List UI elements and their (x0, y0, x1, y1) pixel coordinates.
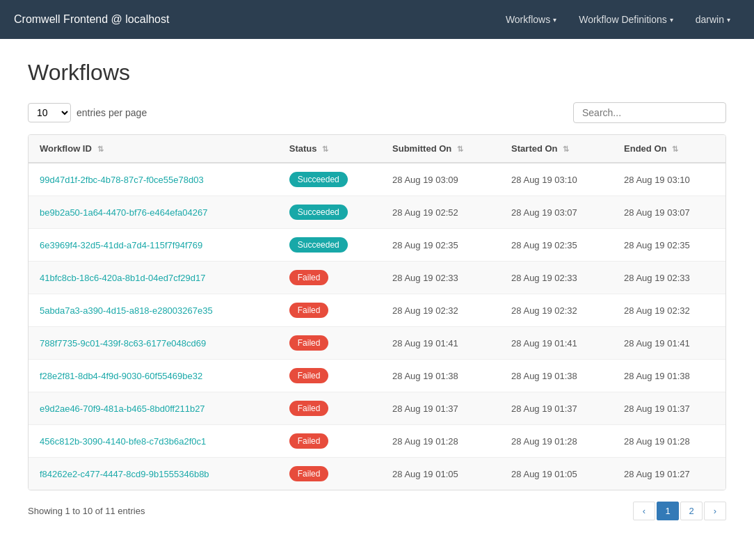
cell-started: 28 Aug 19 01:37 (500, 392, 613, 425)
status-badge: Failed (289, 303, 329, 318)
workflow-id-link[interactable]: f28e2f81-8db4-4f9d-9030-60f55469be32 (40, 371, 202, 381)
table-header: Workflow ID ⇅ Status ⇅ Submitted On ⇅ St… (29, 135, 725, 163)
col-started-on: Started On ⇅ (500, 135, 613, 163)
workflow-id-link[interactable]: be9b2a50-1a64-4470-bf76-e464efa04267 (40, 207, 207, 218)
page-buttons: 12 (657, 502, 703, 520)
sort-icon-started[interactable]: ⇅ (563, 145, 569, 154)
cell-ended: 28 Aug 19 02:32 (613, 294, 725, 327)
cell-status: Failed (278, 458, 381, 490)
entries-per-page-select[interactable]: 10 25 50 100 (28, 103, 71, 122)
cell-submitted: 28 Aug 19 01:28 (381, 425, 500, 458)
workflow-id-link[interactable]: 788f7735-9c01-439f-8c63-6177e048cd69 (40, 338, 206, 349)
cell-started: 28 Aug 19 02:35 (500, 229, 613, 262)
status-badge: Failed (289, 401, 329, 416)
nav-link-workflow-definitions-label: Workflow Definitions (579, 14, 667, 25)
table-row: f84262e2-c477-4447-8cd9-9b1555346b8b Fai… (29, 458, 725, 490)
col-status: Status ⇅ (278, 135, 381, 163)
search-input[interactable] (573, 102, 726, 123)
cell-status: Succeeded (278, 163, 381, 196)
cell-submitted: 28 Aug 19 02:52 (381, 196, 500, 229)
workflow-id-link[interactable]: 6e3969f4-32d5-41dd-a7d4-115f7f94f769 (40, 240, 202, 250)
nav-item-user[interactable]: darwin ▾ (686, 8, 740, 31)
table-body: 99d47d1f-2fbc-4b78-87c7-f0ce55e78d03 Suc… (29, 163, 725, 490)
cell-submitted: 28 Aug 19 01:37 (381, 392, 500, 425)
workflow-id-link[interactable]: f84262e2-c477-4447-8cd9-9b1555346b8b (40, 469, 209, 479)
workflow-id-link[interactable]: 41bfc8cb-18c6-420a-8b1d-04ed7cf29d17 (40, 273, 206, 283)
cell-status: Failed (278, 262, 381, 294)
cell-started: 28 Aug 19 01:05 (500, 458, 613, 490)
cell-submitted: 28 Aug 19 01:05 (381, 458, 500, 490)
sort-icon-status[interactable]: ⇅ (322, 145, 328, 154)
table-row: be9b2a50-1a64-4470-bf76-e464efa04267 Suc… (29, 196, 725, 229)
table-row: 41bfc8cb-18c6-420a-8b1d-04ed7cf29d17 Fai… (29, 262, 725, 294)
navbar-nav: Workflows ▾ Workflow Definitions ▾ darwi… (496, 8, 740, 31)
cell-workflow-id: be9b2a50-1a64-4470-bf76-e464efa04267 (29, 196, 278, 229)
status-badge: Succeeded (289, 205, 348, 220)
cell-started: 28 Aug 19 03:07 (500, 196, 613, 229)
showing-text: Showing 1 to 10 of 11 entries (28, 506, 145, 516)
table-row: 788f7735-9c01-439f-8c63-6177e048cd69 Fai… (29, 327, 725, 360)
cell-status: Succeeded (278, 229, 381, 262)
cell-submitted: 28 Aug 19 02:32 (381, 294, 500, 327)
cell-status: Failed (278, 360, 381, 392)
entries-label: entries per page (77, 107, 147, 118)
page-title: Workflows (28, 60, 726, 86)
cell-ended: 28 Aug 19 01:37 (613, 392, 725, 425)
cell-status: Failed (278, 425, 381, 458)
cell-workflow-id: 5abda7a3-a390-4d15-a818-e28003267e35 (29, 294, 278, 327)
cell-ended: 28 Aug 19 01:41 (613, 327, 725, 360)
cell-ended: 28 Aug 19 03:10 (613, 163, 725, 196)
table-row: 5abda7a3-a390-4d15-a818-e28003267e35 Fai… (29, 294, 725, 327)
cell-status: Failed (278, 392, 381, 425)
cell-status: Failed (278, 327, 381, 360)
table-row: 99d47d1f-2fbc-4b78-87c7-f0ce55e78d03 Suc… (29, 163, 725, 196)
nav-link-workflow-definitions[interactable]: Workflow Definitions ▾ (569, 8, 683, 31)
nav-item-workflow-definitions[interactable]: Workflow Definitions ▾ (569, 8, 683, 31)
footer-row: Showing 1 to 10 of 11 entries ‹ 12 › (28, 502, 726, 520)
cell-started: 28 Aug 19 01:41 (500, 327, 613, 360)
cell-ended: 28 Aug 19 01:27 (613, 458, 725, 490)
cell-workflow-id: f84262e2-c477-4447-8cd9-9b1555346b8b (29, 458, 278, 490)
table-row: 456c812b-3090-4140-bfe8-c7d3b6a2f0c1 Fai… (29, 425, 725, 458)
cell-started: 28 Aug 19 02:32 (500, 294, 613, 327)
workflow-definitions-dropdown-icon: ▾ (670, 16, 673, 24)
workflow-id-link[interactable]: 456c812b-3090-4140-bfe8-c7d3b6a2f0c1 (40, 436, 206, 447)
navbar-brand: Cromwell Frontend @ localhost (14, 13, 169, 26)
workflow-id-link[interactable]: e9d2ae46-70f9-481a-b465-8bd0ff211b27 (40, 403, 205, 414)
cell-status: Failed (278, 294, 381, 327)
col-workflow-id: Workflow ID ⇅ (29, 135, 278, 163)
pagination-page-2[interactable]: 2 (680, 502, 703, 520)
status-badge: Failed (289, 433, 329, 449)
cell-started: 28 Aug 19 01:28 (500, 425, 613, 458)
workflow-id-link[interactable]: 5abda7a3-a390-4d15-a818-e28003267e35 (40, 305, 213, 316)
sort-icon-ended[interactable]: ⇅ (672, 145, 678, 154)
cell-ended: 28 Aug 19 02:33 (613, 262, 725, 294)
sort-icon-workflow-id[interactable]: ⇅ (97, 145, 104, 154)
cell-submitted: 28 Aug 19 01:38 (381, 360, 500, 392)
cell-status: Succeeded (278, 196, 381, 229)
cell-workflow-id: 456c812b-3090-4140-bfe8-c7d3b6a2f0c1 (29, 425, 278, 458)
status-badge: Failed (289, 368, 329, 383)
cell-workflow-id: e9d2ae46-70f9-481a-b465-8bd0ff211b27 (29, 392, 278, 425)
nav-item-workflows[interactable]: Workflows ▾ (496, 8, 566, 31)
col-ended-on: Ended On ⇅ (613, 135, 725, 163)
workflow-id-link[interactable]: 99d47d1f-2fbc-4b78-87c7-f0ce55e78d03 (40, 175, 204, 185)
main-content: Workflows 10 25 50 100 entries per page … (0, 39, 754, 541)
pagination-next[interactable]: › (704, 502, 726, 520)
pagination-prev[interactable]: ‹ (633, 502, 655, 520)
workflows-dropdown-icon: ▾ (553, 16, 556, 24)
pagination-page-1[interactable]: 1 (657, 502, 679, 520)
cell-ended: 28 Aug 19 01:28 (613, 425, 725, 458)
controls-row: 10 25 50 100 entries per page (28, 102, 726, 123)
cell-started: 28 Aug 19 03:10 (500, 163, 613, 196)
workflows-table-container: Workflow ID ⇅ Status ⇅ Submitted On ⇅ St… (28, 134, 726, 490)
nav-link-workflows[interactable]: Workflows ▾ (496, 8, 566, 31)
nav-user-menu[interactable]: darwin ▾ (686, 8, 740, 31)
cell-workflow-id: 788f7735-9c01-439f-8c63-6177e048cd69 (29, 327, 278, 360)
status-badge: Succeeded (289, 237, 348, 253)
cell-workflow-id: f28e2f81-8db4-4f9d-9030-60f55469be32 (29, 360, 278, 392)
sort-icon-submitted[interactable]: ⇅ (457, 145, 463, 154)
cell-ended: 28 Aug 19 02:35 (613, 229, 725, 262)
status-badge: Succeeded (289, 172, 348, 187)
entries-control: 10 25 50 100 entries per page (28, 103, 147, 122)
